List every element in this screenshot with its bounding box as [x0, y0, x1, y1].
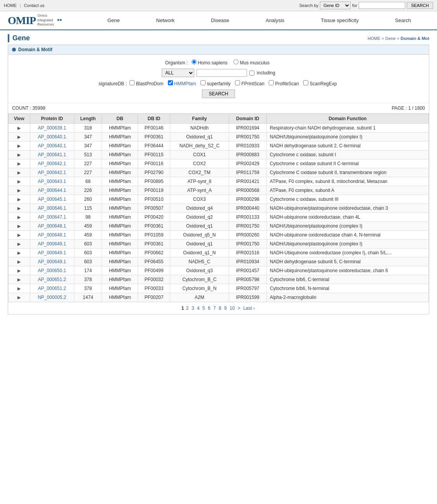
- view-arrow-button[interactable]: ▶: [17, 197, 21, 202]
- top-search-button[interactable]: SEARCH: [407, 2, 433, 9]
- protein-id-link[interactable]: AP_000640.1: [38, 134, 66, 140]
- page-3[interactable]: 3: [192, 306, 194, 311]
- protein-id-link[interactable]: AP_000649.1: [38, 250, 66, 255]
- protein-id-link[interactable]: AP_000649.1: [38, 241, 66, 247]
- filter-dropdown[interactable]: ALL Pfam PRINTS ProDom SMART TIGRFAM: [162, 69, 194, 77]
- home-link[interactable]: HOME: [4, 3, 17, 8]
- view-arrow-button[interactable]: ▶: [17, 215, 21, 220]
- view-arrow-button[interactable]: ▶: [17, 135, 21, 140]
- nav-tissue[interactable]: Tissue specificity: [316, 16, 363, 25]
- including-checkbox[interactable]: [249, 71, 254, 76]
- page-4[interactable]: 4: [197, 306, 200, 311]
- view-arrow-button[interactable]: ▶: [17, 233, 21, 238]
- protein-id-link[interactable]: AP_000643.1: [38, 179, 66, 184]
- mus-musculus-radio[interactable]: [233, 59, 238, 64]
- signaturedb-label: signatureDB :: [98, 81, 127, 86]
- logo: OMIP: [8, 14, 36, 27]
- search-button[interactable]: SEARCH: [202, 90, 235, 98]
- data-table: View Protein ID Length DB DB ID Family D…: [8, 114, 429, 302]
- protein-id-link[interactable]: AP_000642.1: [38, 161, 66, 166]
- scanregexp-checkbox[interactable]: [303, 80, 308, 85]
- superfamily-label[interactable]: superfamily: [200, 81, 232, 86]
- protein-id-link[interactable]: AP_000648.1: [38, 232, 66, 238]
- profilescan-checkbox[interactable]: [269, 80, 274, 85]
- view-arrow-button[interactable]: ▶: [17, 268, 21, 273]
- page-6[interactable]: 6: [208, 306, 211, 311]
- page-7[interactable]: 7: [213, 306, 216, 311]
- view-arrow-button[interactable]: ▶: [17, 286, 21, 291]
- filter-text-input[interactable]: [197, 69, 247, 77]
- protein-id-link[interactable]: AP_000645.1: [38, 197, 66, 202]
- page-next[interactable]: >: [238, 306, 240, 311]
- search-by-select[interactable]: Gene ID Protein ID Disease Pathway: [320, 2, 351, 9]
- protein-id-link[interactable]: AP_000647.1: [38, 214, 66, 220]
- cell-view: ▶: [9, 284, 30, 293]
- homo-sapiens-radio[interactable]: [192, 59, 197, 64]
- protein-id-link[interactable]: AP_000644.1: [38, 188, 66, 193]
- hmmfam-checkbox[interactable]: [168, 80, 173, 85]
- scanregexp-label[interactable]: ScanRegExp: [303, 81, 337, 86]
- view-arrow-button[interactable]: ▶: [17, 295, 21, 300]
- page-8[interactable]: 8: [219, 306, 221, 311]
- cell-length: 68: [74, 177, 102, 186]
- protein-id-link[interactable]: AP_000649.1: [38, 259, 66, 264]
- page-2[interactable]: 2: [186, 306, 189, 311]
- view-arrow-button[interactable]: ▶: [17, 143, 21, 148]
- homo-sapiens-label[interactable]: Homo sapiens: [192, 60, 229, 66]
- view-arrow-button[interactable]: ▶: [17, 224, 21, 229]
- view-arrow-button[interactable]: ▶: [17, 259, 21, 264]
- protein-id-link[interactable]: AP_000640.1: [38, 143, 66, 148]
- breadcrumb-gene[interactable]: Gene: [385, 36, 396, 41]
- nav-network[interactable]: Network: [152, 16, 180, 25]
- fprintscan-checkbox[interactable]: [235, 80, 240, 85]
- hmmfam-label[interactable]: HMMPfam: [168, 81, 197, 86]
- view-arrow-button[interactable]: ▶: [17, 206, 21, 211]
- view-arrow-button[interactable]: ▶: [17, 188, 21, 193]
- cell-domain-function: NADH-ubiquinone/plastoquinone oxidoreduc…: [266, 204, 428, 213]
- count-row: COUNT : 35998 PAGE : 1 / 1800: [8, 103, 429, 114]
- table-wrapper: View Protein ID Length DB DB ID Family D…: [8, 114, 429, 302]
- view-arrow-button[interactable]: ▶: [17, 170, 21, 175]
- view-arrow-button[interactable]: ▶: [17, 152, 21, 157]
- view-arrow-button[interactable]: ▶: [17, 161, 21, 166]
- protein-id-link[interactable]: AP_000651.2: [38, 277, 66, 282]
- page-10[interactable]: 10: [230, 306, 235, 311]
- contact-link[interactable]: Contact us: [24, 3, 45, 8]
- nav-search[interactable]: Search: [390, 16, 416, 25]
- cell-domain-id: IPR000568: [229, 186, 266, 195]
- breadcrumb-home[interactable]: HOME: [368, 36, 380, 41]
- protein-id-link[interactable]: AP_000642.1: [38, 170, 66, 175]
- view-arrow-button[interactable]: ▶: [17, 242, 21, 247]
- blastprodom-label[interactable]: BlastProDom: [130, 81, 164, 86]
- cell-protein-id: AP_000646.1: [30, 204, 74, 213]
- protein-id-link[interactable]: AP_000651.2: [38, 286, 66, 291]
- cell-db-id: PF00116: [138, 159, 170, 168]
- cell-domain-function: Cytochrome c oxidase, subunit III: [266, 195, 428, 204]
- view-arrow-button[interactable]: ▶: [17, 250, 21, 255]
- page-5[interactable]: 5: [202, 306, 205, 311]
- protein-id-link[interactable]: AP_000641.1: [38, 152, 66, 157]
- fprintscan-label[interactable]: FPrintScan: [235, 81, 266, 86]
- cell-db: HMMPfam: [102, 177, 138, 186]
- top-search-input[interactable]: [359, 2, 405, 9]
- profilescan-label[interactable]: ProfileScan: [269, 81, 300, 86]
- page-9[interactable]: 9: [224, 306, 227, 311]
- nav-analysis[interactable]: Analysis: [261, 16, 289, 25]
- cell-view: ▶: [9, 150, 30, 159]
- view-arrow-button[interactable]: ▶: [17, 179, 21, 184]
- protein-id-link[interactable]: NP_000005.2: [38, 295, 66, 300]
- nav-gene[interactable]: Gene: [103, 16, 124, 25]
- protein-id-link[interactable]: AP_000648.1: [38, 223, 66, 229]
- protein-id-link[interactable]: AP_000639.1: [38, 125, 66, 131]
- mus-musculus-label[interactable]: Mus musculus: [233, 60, 269, 66]
- blastprodom-checkbox[interactable]: [130, 80, 135, 85]
- view-arrow-button[interactable]: ▶: [17, 277, 21, 282]
- protein-id-link[interactable]: AP_000646.1: [38, 205, 66, 211]
- view-arrow-button[interactable]: ▶: [17, 126, 21, 131]
- protein-id-link[interactable]: AP_000650.1: [38, 268, 66, 273]
- superfamily-checkbox[interactable]: [200, 80, 206, 85]
- cell-domain-id: IPR001457: [229, 266, 266, 275]
- cell-view: ▶: [9, 293, 30, 302]
- nav-disease[interactable]: Disease: [206, 16, 234, 25]
- page-last[interactable]: Last ›: [243, 306, 255, 311]
